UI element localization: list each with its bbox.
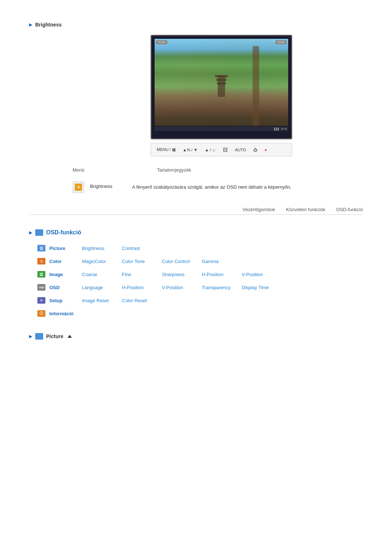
- nav-tabs: Vezérlőgombok Közvetlen funkciók OSD-fun…: [29, 207, 363, 215]
- monitor-container: PUSH PUSH ▐▐▐ MENU / ▦ ▲% / ▼ ▲ / ☼ ⊟ AU…: [80, 35, 363, 156]
- osd-brightness-button[interactable]: ▲ / ☼: [205, 148, 216, 152]
- setup-icon-cell: ⚙: [36, 296, 46, 304]
- cat-image[interactable]: Image: [49, 272, 82, 277]
- item-display-time[interactable]: Display Time: [242, 285, 274, 290]
- brightness-section-header: ▶ Brightness: [29, 22, 363, 28]
- setup-menu-icon: ⚙: [37, 297, 45, 304]
- osd-dot-indicator: ●: [265, 148, 267, 152]
- osd-menu-button[interactable]: MENU / ▦: [157, 147, 176, 152]
- item-color-reset[interactable]: Color Reset: [122, 298, 155, 303]
- menu-row-info: ⓘ Információ: [36, 308, 363, 319]
- item-color-control[interactable]: Color Control: [162, 259, 195, 264]
- osd-controls-bar: MENU / ▦ ▲% / ▼ ▲ / ☼ ⊟ AUTO ⏻ ●: [151, 143, 292, 156]
- osd-power-button[interactable]: ⏻: [253, 148, 257, 152]
- picture-bottom-title: Picture: [46, 333, 63, 339]
- info-icon-cell: ⓘ: [36, 309, 46, 317]
- color-icon-cell: 🎨: [36, 257, 46, 265]
- item-fine[interactable]: Fine: [122, 272, 155, 277]
- image-icon-cell: 🖼: [36, 270, 46, 278]
- image-menu-icon: 🖼: [37, 271, 45, 278]
- menu-table: 🖼 Picture Brightness Contrast 🎨 Color Ma…: [36, 243, 363, 319]
- table-header: Menü Tartalomjegyzék: [73, 167, 363, 173]
- osd-section-arrow-icon: ▶: [29, 230, 32, 235]
- item-color-tone[interactable]: Color Tone: [122, 259, 155, 264]
- menu-row-color: 🎨 Color MagicColor Color Tone Color Cont…: [36, 256, 363, 266]
- menu-row-setup: ⚙ Setup Image Reset Color Reset: [36, 295, 363, 305]
- osd-menu-icon: OSD: [37, 284, 45, 291]
- item-image-reset[interactable]: Image Reset: [82, 298, 115, 303]
- info-menu-icon: ⓘ: [37, 310, 45, 317]
- col-contents-label: Tartalomjegyzék: [157, 167, 191, 173]
- monitor-push-right: PUSH: [275, 40, 287, 44]
- color-menu-icon: 🎨: [37, 258, 45, 264]
- menu-row-osd: OSD OSD Language H-Position V-Position T…: [36, 282, 363, 292]
- cat-informacio[interactable]: Információ: [49, 311, 82, 316]
- osd-section: ▶ OSD-funkció 🖼 Picture Brightness Contr…: [29, 229, 363, 319]
- item-brightness-name: Brightness: [90, 181, 126, 189]
- osd-section-picture-icon: [35, 229, 43, 236]
- tab-kozvetlen[interactable]: Közvetlen funkciók: [286, 207, 325, 212]
- item-v-position-osd[interactable]: V-Position: [162, 285, 195, 290]
- table-row: ☀ Brightness A fényerő szabályozására sz…: [73, 178, 363, 196]
- monitor-frame: PUSH PUSH ▐▐▐: [151, 35, 292, 139]
- brightness-icon-cell: ☀: [73, 181, 84, 193]
- item-magiccolor[interactable]: MagicColor: [82, 259, 115, 264]
- sun-icon: ☀: [77, 185, 81, 190]
- picture-bottom-arrow-icon: ▶: [29, 334, 32, 339]
- picture-menu-icon: 🖼: [37, 245, 45, 251]
- picture-bottom-section: ▶ Picture: [29, 333, 363, 340]
- item-brightness-desc: A fényerő szabályozására szolgál, amikor…: [132, 181, 291, 191]
- item-coarse[interactable]: Coarse: [82, 272, 115, 277]
- brightness-icon: ▶: [29, 22, 32, 27]
- osd-input-button[interactable]: ⊟: [223, 146, 228, 153]
- cat-picture[interactable]: Picture: [49, 246, 82, 251]
- picture-bottom-icon: [35, 333, 43, 340]
- brightness-icon-inner: ☀: [75, 184, 82, 191]
- item-h-position-osd[interactable]: H-Position: [122, 285, 155, 290]
- osd-auto-button[interactable]: AUTO: [235, 148, 246, 152]
- info-table: Menü Tartalomjegyzék ☀ Brightness A fény…: [73, 167, 363, 196]
- osd-arrows-button[interactable]: ▲% / ▼: [183, 148, 198, 152]
- osd-section-header: ▶ OSD-funkció: [29, 229, 363, 236]
- menu-row-image: 🖼 Image Coarse Fine Sharpness H-Position…: [36, 269, 363, 279]
- item-brightness[interactable]: Brightness: [82, 246, 115, 251]
- monitor-status-bar: ▐▐▐: [155, 127, 288, 131]
- menu-row-picture: 🖼 Picture Brightness Contrast: [36, 243, 363, 253]
- cat-osd[interactable]: OSD: [49, 285, 82, 290]
- col-menu-label: Menü: [73, 167, 85, 173]
- item-v-position-img[interactable]: V-Position: [242, 272, 274, 277]
- brightness-title: Brightness: [35, 22, 62, 28]
- item-h-position-img[interactable]: H-Position: [202, 272, 234, 277]
- picture-icon-cell: 🖼: [36, 244, 46, 252]
- item-sharpness[interactable]: Sharpness: [162, 272, 195, 277]
- monitor-screen: PUSH PUSH: [155, 39, 288, 126]
- osd-section-title: OSD-funkció: [46, 229, 81, 236]
- monitor-push-left: PUSH: [156, 40, 167, 44]
- picture-expand-icon[interactable]: [68, 335, 72, 338]
- tab-osd-funkcio[interactable]: OSD-funkció: [336, 207, 363, 212]
- item-contrast[interactable]: Contrast: [122, 246, 155, 251]
- osd-icon-cell: OSD: [36, 283, 46, 291]
- item-gamma[interactable]: Gamma: [202, 259, 234, 264]
- cat-color[interactable]: Color: [49, 259, 82, 264]
- item-transparency[interactable]: Transparency: [202, 285, 234, 290]
- cat-setup[interactable]: Setup: [49, 298, 82, 303]
- item-language[interactable]: Language: [82, 285, 115, 290]
- tab-vezerlőgombok[interactable]: Vezérlőgombok: [242, 207, 275, 212]
